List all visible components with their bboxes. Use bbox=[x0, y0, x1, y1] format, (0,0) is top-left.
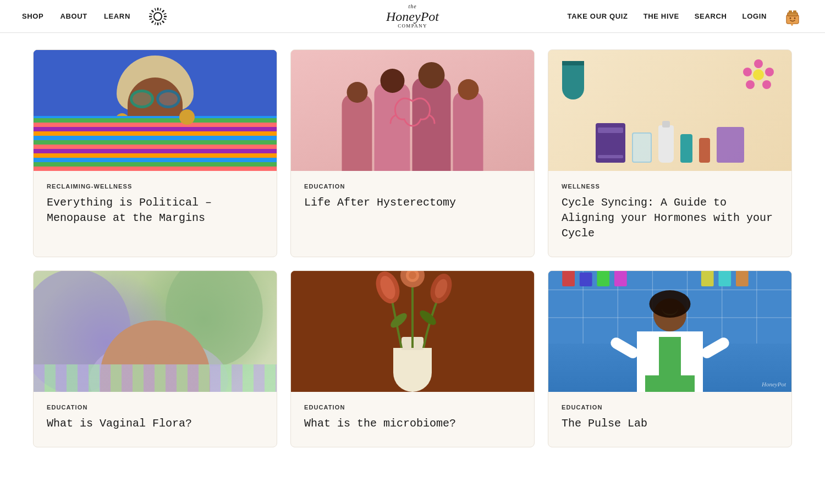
svg-line-8 bbox=[155, 8, 156, 10]
card-1-category: RECLAIMING-WELLNESS bbox=[47, 183, 263, 190]
card-5-category: EDUCATION bbox=[304, 404, 521, 411]
svg-point-28 bbox=[753, 69, 764, 80]
svg-line-11 bbox=[150, 18, 152, 19]
card-5-image bbox=[291, 271, 534, 392]
nav-right: TAKE OUR QUIZ THE HIVE SEARCH LOGIN bbox=[568, 6, 803, 27]
card-pulse-lab[interactable]: HoneyPot EDUCATION The Pulse Lab bbox=[548, 270, 792, 447]
svg-point-22 bbox=[794, 17, 796, 19]
svg-point-16 bbox=[154, 13, 162, 20]
card-2-title: Life After Hysterectomy bbox=[304, 195, 521, 211]
card-3-category: WELLNESS bbox=[562, 183, 778, 190]
card-6-title: The Pulse Lab bbox=[562, 416, 778, 431]
card-5-title: What is the microbiome? bbox=[304, 416, 521, 431]
svg-line-9 bbox=[160, 8, 161, 10]
card-4-title: What is Vaginal Flora? bbox=[47, 416, 263, 431]
card-microbiome[interactable]: EDUCATION What is the microbiome? bbox=[290, 270, 535, 447]
nav-search-link[interactable]: SEARCH bbox=[695, 12, 727, 20]
svg-rect-57 bbox=[718, 271, 731, 286]
card-6-category: EDUCATION bbox=[562, 404, 778, 411]
svg-point-27 bbox=[743, 68, 752, 76]
card-6-body: EDUCATION The Pulse Lab bbox=[548, 392, 791, 447]
logo-the: the bbox=[386, 3, 439, 9]
nav-left: SHOP ABOUT LEARN bbox=[22, 5, 169, 27]
card-5-body: EDUCATION What is the microbiome? bbox=[291, 392, 534, 447]
nav-hive-link[interactable]: THE HIVE bbox=[644, 12, 679, 20]
svg-line-6 bbox=[162, 10, 164, 12]
card-2-body: EDUCATION Life After Hysterectomy bbox=[291, 171, 534, 226]
card-4-category: EDUCATION bbox=[47, 404, 263, 411]
site-logo[interactable]: the HoneyPot company bbox=[386, 3, 439, 29]
nav-quiz-link[interactable]: TAKE OUR QUIZ bbox=[568, 12, 628, 20]
svg-rect-20 bbox=[793, 10, 796, 14]
svg-rect-56 bbox=[701, 271, 714, 286]
svg-point-23 bbox=[754, 59, 763, 68]
card-grid-row1: RECLAIMING-WELLNESS Everything is Politi… bbox=[33, 49, 792, 257]
svg-rect-52 bbox=[562, 271, 575, 286]
card-life-after-hysterectomy[interactable]: EDUCATION Life After Hysterectomy bbox=[290, 49, 535, 257]
cart-icon[interactable] bbox=[782, 6, 803, 27]
svg-rect-54 bbox=[597, 271, 609, 286]
nav-about-link[interactable]: ABOUT bbox=[60, 12, 87, 20]
svg-point-26 bbox=[746, 80, 755, 89]
svg-rect-58 bbox=[736, 271, 749, 286]
main-content: RECLAIMING-WELLNESS Everything is Politi… bbox=[0, 33, 825, 477]
card-3-title: Cycle Syncing: A Guide to Aligning your … bbox=[562, 195, 778, 241]
card-cycle-syncing[interactable]: WELLNESS Cycle Syncing: A Guide to Align… bbox=[548, 49, 792, 257]
svg-rect-55 bbox=[614, 271, 627, 286]
svg-line-12 bbox=[163, 13, 166, 14]
card-4-body: EDUCATION What is Vaginal Flora? bbox=[34, 392, 277, 447]
svg-line-13 bbox=[163, 18, 166, 19]
card-1-body: RECLAIMING-WELLNESS Everything is Politi… bbox=[34, 171, 277, 241]
card-3-image bbox=[548, 50, 791, 171]
svg-point-40 bbox=[388, 311, 409, 330]
svg-rect-53 bbox=[580, 273, 592, 286]
svg-line-4 bbox=[152, 10, 154, 12]
logo-name: HoneyPot bbox=[386, 9, 439, 24]
nav-logo-area[interactable]: the HoneyPot company bbox=[386, 3, 439, 29]
svg-rect-19 bbox=[789, 10, 792, 14]
svg-line-10 bbox=[150, 13, 152, 14]
card-2-image bbox=[291, 50, 534, 171]
logo-tagline: company bbox=[386, 24, 439, 29]
main-nav: SHOP ABOUT LEARN bbox=[0, 0, 825, 33]
uterus-icon bbox=[388, 87, 437, 131]
nav-learn-link[interactable]: LEARN bbox=[104, 12, 130, 20]
flowers-svg bbox=[369, 271, 457, 348]
svg-line-7 bbox=[152, 20, 154, 23]
card-6-image: HoneyPot bbox=[548, 271, 791, 392]
card-3-body: WELLNESS Cycle Syncing: A Guide to Align… bbox=[548, 171, 791, 257]
svg-point-24 bbox=[765, 68, 774, 76]
flower-decoration bbox=[742, 58, 775, 91]
card-grid-row2: EDUCATION What is Vaginal Flora? bbox=[33, 270, 792, 447]
svg-point-21 bbox=[790, 17, 791, 19]
sunburst-icon bbox=[147, 5, 169, 27]
svg-point-41 bbox=[417, 308, 438, 327]
nav-shop-link[interactable]: SHOP bbox=[22, 12, 43, 20]
svg-line-5 bbox=[162, 20, 164, 23]
svg-point-37 bbox=[409, 272, 416, 279]
card-1-image bbox=[34, 50, 277, 171]
svg-line-15 bbox=[160, 22, 161, 25]
card-vaginal-flora[interactable]: EDUCATION What is Vaginal Flora? bbox=[33, 270, 277, 447]
card-4-image bbox=[34, 271, 277, 392]
card-2-category: EDUCATION bbox=[304, 183, 521, 190]
svg-point-25 bbox=[762, 80, 771, 89]
card-reclaiming-wellness[interactable]: RECLAIMING-WELLNESS Everything is Politi… bbox=[33, 49, 277, 257]
svg-line-14 bbox=[155, 22, 156, 25]
card-1-title: Everything is Political – Menopause at t… bbox=[47, 195, 263, 226]
nav-login-link[interactable]: LOGIN bbox=[743, 12, 767, 20]
